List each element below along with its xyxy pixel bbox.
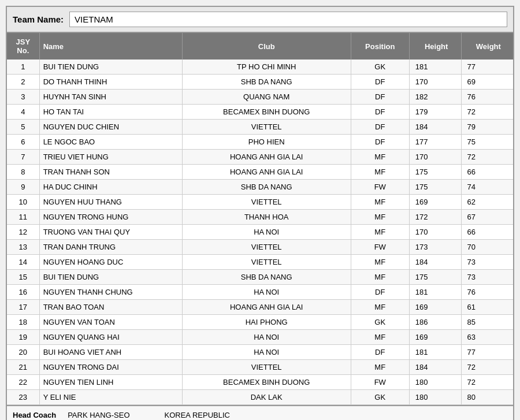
cell-jsy: 16 <box>7 285 39 300</box>
coach-name: PARK HANG-SEO <box>68 411 129 419</box>
cell-name: BUI TIEN DUNG <box>39 60 182 75</box>
table-row: 20BUI HOANG VIET ANHHA NOIDF18177 <box>7 345 513 360</box>
cell-name: HUYNH TAN SINH <box>39 90 182 105</box>
cell-weight: 63 <box>461 330 513 345</box>
cell-jsy: 18 <box>7 315 39 330</box>
table-row: 13TRAN DANH TRUNGVIETTELFW17370 <box>7 240 513 255</box>
table-header-row: JSY No. Name Club Position Height Weight <box>7 33 513 60</box>
table-row: 1BUI TIEN DUNGTP HO CHI MINHGK18177 <box>7 60 513 75</box>
cell-position: DF <box>351 285 409 300</box>
cell-position: DF <box>351 120 409 135</box>
cell-name: BUI TIEN DUNG <box>39 270 182 285</box>
cell-height: 169 <box>409 195 461 210</box>
cell-club: SHB DA NANG <box>182 75 351 90</box>
col-header-jsy: JSY No. <box>7 33 39 60</box>
cell-height: 170 <box>409 75 461 90</box>
cell-height: 182 <box>409 90 461 105</box>
cell-height: 181 <box>409 285 461 300</box>
cell-position: FW <box>351 375 409 390</box>
cell-position: MF <box>351 330 409 345</box>
cell-club: VIETTEL <box>182 120 351 135</box>
cell-jsy: 4 <box>7 105 39 120</box>
cell-name: DO THANH THINH <box>39 75 182 90</box>
cell-weight: 80 <box>461 390 513 405</box>
cell-jsy: 14 <box>7 255 39 270</box>
cell-weight: 73 <box>461 255 513 270</box>
main-container: Team Name: JSY No. Name Club Position He… <box>6 6 514 420</box>
team-name-input[interactable] <box>69 12 507 27</box>
table-row: 15BUI TIEN DUNGSHB DA NANGMF17573 <box>7 270 513 285</box>
cell-club: SHB DA NANG <box>182 180 351 195</box>
cell-jsy: 9 <box>7 180 39 195</box>
table-row: 22NGUYEN TIEN LINHBECAMEX BINH DUONGFW18… <box>7 375 513 390</box>
table-row: 5NGUYEN DUC CHIENVIETTELDF18479 <box>7 120 513 135</box>
cell-height: 180 <box>409 375 461 390</box>
cell-position: GK <box>351 390 409 405</box>
cell-position: FW <box>351 240 409 255</box>
cell-club: VIETTEL <box>182 360 351 375</box>
cell-position: DF <box>351 135 409 150</box>
table-row: 8TRAN THANH SONHOANG ANH GIA LAIMF17566 <box>7 165 513 180</box>
coach-label: Head Coach <box>13 411 56 419</box>
cell-weight: 72 <box>461 105 513 120</box>
cell-weight: 61 <box>461 300 513 315</box>
team-name-label: Team Name: <box>13 14 64 24</box>
cell-name: HO TAN TAI <box>39 105 182 120</box>
col-header-name: Name <box>39 33 182 60</box>
cell-weight: 70 <box>461 240 513 255</box>
cell-height: 180 <box>409 390 461 405</box>
cell-jsy: 5 <box>7 120 39 135</box>
cell-position: MF <box>351 195 409 210</box>
cell-jsy: 10 <box>7 195 39 210</box>
players-tbody: 1BUI TIEN DUNGTP HO CHI MINHGK181772DO T… <box>7 60 513 405</box>
table-row: 4HO TAN TAIBECAMEX BINH DUONGDF17972 <box>7 105 513 120</box>
cell-height: 170 <box>409 225 461 240</box>
cell-position: DF <box>351 90 409 105</box>
cell-height: 172 <box>409 210 461 225</box>
cell-position: GK <box>351 60 409 75</box>
cell-club: HAI PHONG <box>182 315 351 330</box>
cell-name: NGUYEN THANH CHUNG <box>39 285 182 300</box>
cell-name: TRIEU VIET HUNG <box>39 150 182 165</box>
table-row: 2DO THANH THINHSHB DA NANGDF17069 <box>7 75 513 90</box>
cell-weight: 77 <box>461 60 513 75</box>
table-row: 16NGUYEN THANH CHUNGHA NOIDF18176 <box>7 285 513 300</box>
cell-position: MF <box>351 150 409 165</box>
cell-height: 184 <box>409 255 461 270</box>
cell-height: 175 <box>409 270 461 285</box>
cell-height: 181 <box>409 345 461 360</box>
cell-club: HA NOI <box>182 225 351 240</box>
cell-name: NGUYEN DUC CHIEN <box>39 120 182 135</box>
cell-jsy: 21 <box>7 360 39 375</box>
cell-name: NGUYEN TRONG HUNG <box>39 210 182 225</box>
cell-position: MF <box>351 210 409 225</box>
cell-height: 177 <box>409 135 461 150</box>
cell-club: HOANG ANH GIA LAI <box>182 150 351 165</box>
players-table: JSY No. Name Club Position Height Weight… <box>7 33 513 405</box>
cell-club: VIETTEL <box>182 240 351 255</box>
cell-weight: 66 <box>461 225 513 240</box>
cell-position: DF <box>351 75 409 90</box>
coach-country: KOREA REPUBLIC <box>165 411 230 419</box>
cell-height: 184 <box>409 360 461 375</box>
cell-weight: 74 <box>461 180 513 195</box>
cell-jsy: 17 <box>7 300 39 315</box>
cell-position: GK <box>351 315 409 330</box>
col-header-position: Position <box>351 33 409 60</box>
cell-height: 169 <box>409 330 461 345</box>
cell-jsy: 15 <box>7 270 39 285</box>
cell-position: MF <box>351 165 409 180</box>
cell-club: SHB DA NANG <box>182 270 351 285</box>
cell-height: 173 <box>409 240 461 255</box>
team-header: Team Name: <box>7 7 513 33</box>
cell-club: BECAMEX BINH DUONG <box>182 105 351 120</box>
cell-weight: 79 <box>461 120 513 135</box>
footer: Head Coach PARK HANG-SEO KOREA REPUBLIC <box>7 405 513 420</box>
cell-name: TRUONG VAN THAI QUY <box>39 225 182 240</box>
cell-name: Y ELI NIE <box>39 390 182 405</box>
cell-name: NGUYEN TIEN LINH <box>39 375 182 390</box>
cell-weight: 69 <box>461 75 513 90</box>
col-header-height: Height <box>409 33 461 60</box>
cell-position: DF <box>351 105 409 120</box>
cell-club: VIETTEL <box>182 255 351 270</box>
